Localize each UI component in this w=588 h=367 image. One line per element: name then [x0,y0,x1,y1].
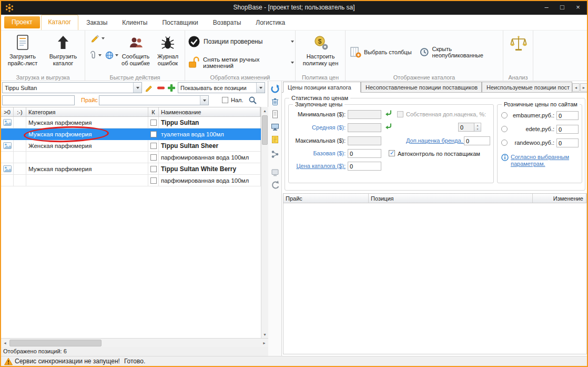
brand-markup-input[interactable] [464,136,490,145]
load-price-list-button[interactable]: Загрузить прайс-лист [3,32,42,72]
base-price-label[interactable]: Базовая ($): [290,150,346,156]
retail-price-input[interactable] [556,111,579,120]
monitor-button[interactable] [270,122,280,132]
show-filter-combobox[interactable]: Показывать все позиции [178,82,265,93]
refresh-avg-icon[interactable] [384,123,392,132]
sync-button[interactable] [270,84,280,94]
minimize-button[interactable]: – [539,1,554,14]
cash-checkbox[interactable] [222,97,228,103]
avg-price-label[interactable]: Средняя ($): [290,124,346,131]
vertical-scrollbar[interactable]: ▲ ▼ [261,107,268,338]
refresh-min-icon[interactable] [384,110,392,118]
analysis-button[interactable] [510,35,528,53]
retail-site-radio[interactable] [501,126,508,132]
according-params-link[interactable]: Согласно выбранным параметрам. [511,154,577,167]
hide-unpublished-button[interactable]: Скрыть неопубликованные [419,44,503,60]
add-brand-button[interactable] [166,82,177,93]
scroll-right-icon[interactable]: ► [260,339,268,347]
retail-price-input[interactable] [556,138,579,147]
project-menu-button[interactable]: Проект [4,16,40,28]
base-price-input[interactable] [348,149,381,158]
column-header-position[interactable]: Позиция [369,194,533,203]
horizontal-scrollbar[interactable]: ◄ ► [1,338,268,347]
brand-markup-link[interactable]: Доп.наценка бренда, %: [406,137,471,144]
scroll-thumb[interactable] [262,115,268,145]
max-price-input[interactable] [348,136,381,145]
tab-scroll-right-icon[interactable]: ► [580,83,587,92]
retail-site-radio[interactable] [501,112,508,118]
remove-brand-button[interactable] [155,82,166,93]
row-checkbox[interactable] [150,154,157,161]
table-row[interactable]: парфюмированная вода 100мл [1,152,261,163]
tab-suppliers[interactable]: Поставщики [155,16,205,29]
retail-site-radio[interactable] [501,140,508,146]
tab-catalog[interactable]: Каталог [41,15,79,30]
autocontrol-checkbox[interactable] [389,150,395,156]
column-header-price[interactable]: Прайс [283,194,369,203]
edit-button[interactable] [90,34,105,43]
catalog-price-link[interactable]: Цена каталога ($): [290,163,346,169]
spinner-arrows-icon[interactable]: ▲▼ [474,123,481,132]
row-checkbox[interactable] [150,131,157,137]
search-button[interactable] [247,95,258,106]
row-checkbox[interactable] [150,120,157,126]
table-row[interactable]: парфюмированная вода 100мл [1,175,261,186]
error-journal-button[interactable]: Журнал ошибок [153,32,183,72]
dropdown-caret-icon[interactable] [291,41,294,43]
table-row[interactable]: Женская парфюмерия Tippu Sultan Sheer [1,140,261,152]
tab-orders[interactable]: Заказы [79,16,114,29]
table-row[interactable]: Мужская парфюмерия Tippu Sultan White Be… [1,163,261,175]
configure-price-policy-button[interactable]: $ Настроить политику цен [298,32,343,72]
price-filter-combobox[interactable] [99,95,209,105]
undo-button[interactable] [270,180,280,190]
document-button[interactable] [270,110,280,119]
chevron-down-icon[interactable] [256,83,265,93]
positions-checked-button[interactable]: Позиции проверены [188,33,294,51]
dropdown-caret-icon[interactable] [291,62,294,64]
own-markup-checkbox[interactable] [397,111,403,117]
delete-button[interactable] [270,97,280,106]
tab-unmatched-supplier-positions[interactable]: Несопоставленные позиции поставщиков [361,82,482,93]
own-markup-input[interactable] [458,123,474,132]
search-input[interactable] [2,95,75,105]
tab-clients[interactable]: Клиенты [115,16,154,29]
tab-unused-supplier-positions[interactable]: Неиспользуемые позиции пост [482,82,572,93]
brand-filter-combobox[interactable]: Tippu Sultan [2,82,142,93]
tab-returns[interactable]: Возвраты [206,16,248,29]
chevron-down-icon[interactable] [200,96,208,105]
catalog-price-input[interactable] [348,162,381,171]
column-header-k[interactable]: К [148,107,159,116]
column-header-smile[interactable]: :-) [14,107,26,116]
clear-manual-marks-button[interactable]: Снять метки ручных изменений [188,54,294,72]
min-price-input[interactable] [348,110,381,119]
edit-brand-button[interactable] [144,82,155,93]
attach-button[interactable] [88,51,102,60]
screen-button[interactable] [270,167,280,177]
tab-catalog-prices[interactable]: Цены позиции каталога [283,82,361,93]
column-header-category[interactable]: Категория [26,107,148,116]
retail-price-input[interactable] [556,125,579,134]
table-row[interactable]: Мужская парфюмерия Tippu Sultan [1,117,261,128]
tab-logistics[interactable]: Логистика [249,16,292,29]
tab-scroll-left-icon[interactable]: ◄ [572,83,580,92]
row-checkbox[interactable] [150,177,157,184]
maximize-button[interactable]: □ [554,1,570,14]
note-button[interactable] [270,135,280,144]
web-button[interactable] [105,51,118,59]
export-catalog-button[interactable]: Выгрузить каталог [44,32,82,72]
scroll-thumb[interactable] [9,340,102,346]
row-checkbox[interactable] [150,143,157,149]
chevron-down-icon[interactable] [133,83,141,93]
share-button[interactable] [270,150,280,159]
column-header-stock[interactable]: >0 [1,107,14,116]
column-header-change[interactable]: Изменение [533,194,586,203]
row-checkbox[interactable] [150,166,157,172]
choose-columns-button[interactable]: Выбрать столбцы [350,44,412,60]
avg-price-input[interactable] [348,123,381,132]
column-header-name[interactable]: Наименование [159,107,260,116]
scroll-down-icon[interactable]: ▼ [261,331,268,338]
scroll-up-icon[interactable]: ▲ [261,107,268,114]
table-row-selected[interactable]: Мужская парфюмерия туалетная вода 100мл [1,128,261,140]
close-button[interactable]: × [570,1,586,14]
scroll-left-icon[interactable]: ◄ [1,339,9,347]
